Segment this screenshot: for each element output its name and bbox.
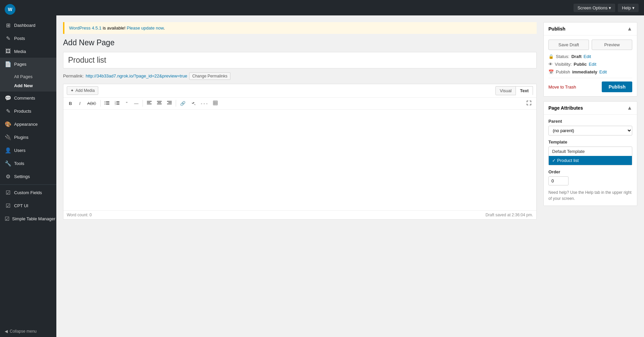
sidebar-item-appearance[interactable]: 🎨 Appearance — [0, 118, 56, 131]
template-option-product-list[interactable]: ✓ Product list — [549, 156, 632, 165]
page-title-input[interactable] — [68, 56, 532, 65]
collapse-menu-btn[interactable]: ◀ Collapse menu — [0, 326, 56, 337]
sidebar-item-media[interactable]: 🖼 Media — [0, 45, 56, 58]
align-left-button[interactable] — [145, 100, 154, 107]
change-permalinks-button[interactable]: Change Permalinks — [189, 72, 230, 80]
save-draft-button[interactable]: Save Draft — [548, 40, 589, 50]
publish-time-label: Publish — [556, 69, 570, 74]
editor-content-area[interactable] — [63, 110, 536, 210]
chevron-down-icon: ▾ — [632, 5, 635, 10]
publish-time-edit-link[interactable]: Edit — [599, 69, 607, 74]
help-button[interactable]: Help ▾ — [618, 4, 639, 12]
sidebar: W ⊞ Dashboard ✎ Posts 🖼 Media 📄 Pages Al… — [0, 0, 56, 337]
settings-icon: ⚙ — [5, 173, 11, 180]
preview-button[interactable]: Preview — [592, 40, 632, 50]
parent-select[interactable]: (no parent) — [548, 126, 632, 135]
svg-rect-16 — [158, 102, 161, 103]
sidebar-item-label: Products — [14, 109, 31, 114]
template-row: Template Default Template ✓ Product list — [548, 139, 632, 165]
publish-metabox-header: Publish ▲ — [544, 22, 637, 36]
align-center-button[interactable] — [155, 100, 164, 107]
svg-rect-18 — [167, 101, 172, 102]
sidebar-item-custom-fields[interactable]: ☑ Custom Fields — [0, 186, 56, 199]
svg-line-21 — [195, 104, 195, 105]
table-button[interactable] — [211, 99, 220, 108]
sidebar-item-label: CPT UI — [14, 203, 28, 208]
collapse-arrow-icon: ◀ — [5, 329, 8, 334]
sidebar-item-simple-table-manager[interactable]: ☑ Simple Table Manager — [0, 212, 56, 225]
please-update-link[interactable]: Please update now — [127, 25, 164, 31]
fullscreen-button[interactable] — [524, 99, 534, 108]
status-edit-link[interactable]: Edit — [584, 54, 591, 59]
svg-rect-22 — [213, 101, 217, 105]
unordered-list-button[interactable] — [102, 99, 112, 108]
template-select-box[interactable]: Default Template ✓ Product list — [548, 147, 632, 165]
add-media-button[interactable]: ✦ Add Media — [67, 86, 98, 95]
comments-icon: 💬 — [5, 95, 11, 101]
sidebar-item-label: Media — [14, 49, 26, 54]
align-right-button[interactable] — [165, 100, 174, 107]
svg-rect-15 — [157, 101, 162, 102]
visibility-value: Public — [574, 62, 587, 67]
sidebar-item-pages[interactable]: 📄 Pages — [0, 58, 56, 71]
sidebar-sub-item-add-new[interactable]: Add New — [0, 81, 56, 90]
sidebar-item-tools[interactable]: 🔧 Tools — [0, 157, 56, 170]
horizontal-rule-button[interactable]: — — [132, 100, 141, 107]
sidebar-item-users[interactable]: 👤 Users — [0, 144, 56, 157]
pages-submenu: All Pages Add New — [0, 71, 56, 92]
text-tab[interactable]: Text — [516, 86, 533, 95]
right-sidebar: Publish ▲ Save Draft Preview 🔒 Status: D… — [543, 22, 637, 330]
svg-rect-9 — [116, 103, 119, 103]
svg-rect-5 — [106, 104, 109, 105]
template-product-list-label: Product list — [557, 158, 579, 163]
sidebar-item-cpt-ui[interactable]: ☑ CPT UI — [0, 199, 56, 212]
calendar-icon: 📅 — [548, 69, 554, 74]
dashboard-icon: ⊞ — [5, 22, 11, 29]
blockquote-button[interactable]: " — [122, 100, 131, 107]
sidebar-item-settings[interactable]: ⚙ Settings — [0, 170, 56, 183]
permalink-url[interactable]: http://34b33ad7.ngrok.io/?page_id=22&pre… — [86, 73, 187, 78]
plus-icon: ✦ — [70, 88, 74, 93]
sidebar-item-plugins[interactable]: 🔌 Plugins — [0, 131, 56, 144]
sidebar-sub-item-all-pages[interactable]: All Pages — [0, 72, 56, 81]
publish-button[interactable]: Publish — [602, 81, 632, 92]
status-label: Status: — [556, 54, 569, 59]
media-icon: 🖼 — [5, 48, 11, 54]
pages-icon: 📄 — [5, 61, 11, 67]
sidebar-item-label: Appearance — [14, 122, 38, 127]
insert-more-button[interactable]: - - - — [199, 100, 210, 107]
strikethrough-button[interactable]: ABC — [85, 100, 99, 107]
svg-rect-20 — [167, 104, 172, 104]
notice-text1: is available! — [102, 25, 127, 31]
move-to-trash-button[interactable]: Move to Trash — [548, 85, 576, 90]
wp-update-link[interactable]: WordPress 4.5.1 — [69, 25, 102, 31]
link-button[interactable]: 🔗 — [178, 100, 188, 107]
sidebar-item-products[interactable]: ✎ Products — [0, 105, 56, 118]
visibility-row: 👁 Visibility: Public Edit — [548, 62, 632, 67]
screen-options-button[interactable]: Screen Options ▾ — [574, 4, 615, 12]
publish-collapse-button[interactable]: ▲ — [627, 26, 632, 32]
unlink-button[interactable] — [189, 99, 198, 108]
visual-tab[interactable]: Visual — [495, 86, 516, 95]
sidebar-item-posts[interactable]: ✎ Posts — [0, 32, 56, 45]
content-area: WordPress 4.5.1 is available! Please upd… — [56, 15, 644, 337]
collapse-label: Collapse menu — [10, 329, 37, 334]
svg-rect-14 — [147, 104, 152, 104]
bold-button[interactable]: B — [66, 100, 75, 107]
sidebar-item-label: Settings — [14, 174, 30, 179]
template-label: Template — [548, 139, 632, 145]
svg-rect-3 — [106, 103, 109, 103]
template-option-default[interactable]: Default Template — [549, 147, 632, 156]
sidebar-item-comments[interactable]: 💬 Comments — [0, 92, 56, 105]
italic-button[interactable]: I — [75, 100, 84, 107]
appearance-icon: 🎨 — [5, 121, 11, 127]
sub-item-label: All Pages — [14, 74, 33, 79]
visibility-edit-link[interactable]: Edit — [589, 62, 596, 67]
notice-period: . — [164, 25, 165, 31]
ordered-list-button[interactable]: 1.2.3. — [112, 99, 122, 108]
update-notice: WordPress 4.5.1 is available! Please upd… — [63, 22, 537, 34]
order-input[interactable] — [548, 176, 569, 185]
sidebar-item-label: Comments — [14, 96, 35, 101]
sidebar-item-dashboard[interactable]: ⊞ Dashboard — [0, 19, 56, 32]
page-attributes-collapse-button[interactable]: ▲ — [627, 105, 632, 111]
